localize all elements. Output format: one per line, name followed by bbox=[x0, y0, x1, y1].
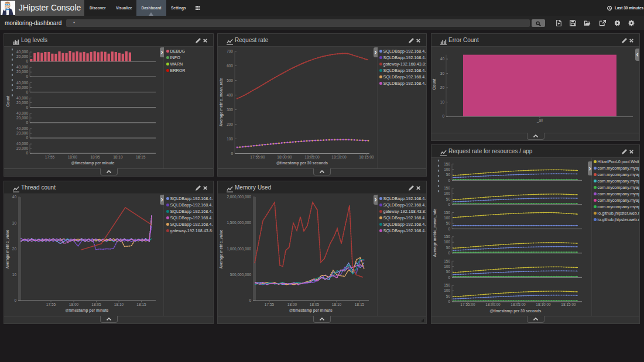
svg-text:100: 100 bbox=[444, 240, 450, 244]
svg-text:18:10: 18:10 bbox=[332, 302, 342, 306]
svg-text:40,000: 40,000 bbox=[16, 142, 28, 146]
svg-text:18:10: 18:10 bbox=[114, 302, 124, 306]
svg-text:500: 500 bbox=[227, 78, 233, 82]
svg-text:600: 600 bbox=[227, 64, 233, 68]
svg-text:300: 300 bbox=[227, 108, 233, 112]
svg-text:40,000: 40,000 bbox=[16, 96, 28, 100]
svg-text:18:10:00: 18:10:00 bbox=[331, 155, 347, 159]
svg-text:Count: Count bbox=[432, 78, 436, 90]
svg-text:20,000: 20,000 bbox=[16, 131, 28, 135]
svg-text:40: 40 bbox=[12, 195, 17, 199]
svg-text:100: 100 bbox=[227, 137, 233, 141]
svg-text:Count: Count bbox=[6, 95, 10, 107]
svg-text:100: 100 bbox=[444, 167, 450, 171]
svg-text:0: 0 bbox=[448, 178, 450, 182]
svg-text:150: 150 bbox=[444, 283, 450, 287]
svg-text:50: 50 bbox=[446, 173, 451, 177]
svg-text:200: 200 bbox=[227, 122, 233, 126]
svg-text:18:10:00: 18:10:00 bbox=[536, 302, 551, 306]
svg-text:18:05: 18:05 bbox=[91, 302, 101, 306]
svg-text:20,000: 20,000 bbox=[16, 146, 28, 150]
svg-text:0: 0 bbox=[448, 251, 450, 255]
svg-text:20,000: 20,000 bbox=[16, 101, 28, 105]
svg-text:20,000: 20,000 bbox=[16, 85, 28, 89]
svg-text:400: 400 bbox=[227, 93, 233, 97]
svg-text:0: 0 bbox=[448, 202, 450, 206]
svg-text:50: 50 bbox=[446, 294, 451, 298]
svg-text:20,000: 20,000 bbox=[16, 54, 28, 58]
svg-text:100: 100 bbox=[444, 264, 450, 268]
svg-text:150: 150 bbox=[444, 162, 450, 166]
svg-text:2,000,000,000: 2,000,000,000 bbox=[227, 195, 251, 199]
svg-text:0: 0 bbox=[14, 298, 16, 302]
svg-text:18:00: 18:00 bbox=[68, 155, 78, 159]
svg-text:@timestamp per minute: @timestamp per minute bbox=[66, 308, 109, 313]
svg-text:18:15: 18:15 bbox=[136, 155, 146, 159]
svg-text:18:05:00: 18:05:00 bbox=[304, 155, 320, 159]
svg-text:150: 150 bbox=[444, 259, 450, 263]
svg-text:100: 100 bbox=[444, 191, 450, 195]
svg-text:18:10: 18:10 bbox=[113, 155, 123, 159]
svg-text:18:00: 18:00 bbox=[287, 302, 297, 306]
svg-text:150: 150 bbox=[444, 235, 450, 239]
svg-text:18:15: 18:15 bbox=[355, 302, 365, 306]
svg-text:18:00: 18:00 bbox=[69, 302, 79, 306]
svg-text:0: 0 bbox=[448, 299, 450, 304]
svg-text:@timestamp per 30 seconds: @timestamp per 30 seconds bbox=[490, 309, 542, 313]
svg-text:_all: _all bbox=[536, 118, 543, 123]
svg-text:0: 0 bbox=[231, 151, 233, 156]
svg-text:0: 0 bbox=[26, 74, 28, 78]
svg-text:10: 10 bbox=[440, 100, 445, 104]
svg-text:@timestamp per minute: @timestamp per minute bbox=[71, 161, 115, 166]
svg-text:0: 0 bbox=[26, 136, 28, 140]
svg-text:Average metric_mean_rate: Average metric_mean_rate bbox=[433, 208, 437, 257]
svg-text:40,000: 40,000 bbox=[16, 126, 28, 130]
svg-text:50: 50 bbox=[446, 270, 451, 274]
svg-text:Average metric_value: Average metric_value bbox=[219, 229, 224, 268]
svg-text:0: 0 bbox=[26, 90, 28, 94]
svg-text:0: 0 bbox=[26, 59, 28, 63]
svg-text:17:55: 17:55 bbox=[45, 155, 55, 159]
svg-text:0: 0 bbox=[448, 227, 450, 231]
svg-text:18:15: 18:15 bbox=[136, 302, 146, 306]
svg-text:20: 20 bbox=[12, 247, 17, 251]
svg-text:0: 0 bbox=[442, 114, 444, 118]
svg-text:17:55: 17:55 bbox=[46, 302, 56, 306]
svg-text:40,000: 40,000 bbox=[16, 65, 28, 69]
svg-text:18:15:00: 18:15:00 bbox=[359, 155, 374, 159]
svg-text:100: 100 bbox=[444, 288, 450, 292]
svg-text:10: 10 bbox=[12, 273, 17, 277]
svg-text:30: 30 bbox=[440, 71, 445, 75]
svg-text:50: 50 bbox=[446, 246, 451, 250]
svg-text:17:55: 17:55 bbox=[265, 302, 275, 306]
svg-text:50: 50 bbox=[446, 221, 451, 225]
svg-text:Average metric_mean_rate: Average metric_mean_rate bbox=[219, 78, 224, 126]
svg-text:700: 700 bbox=[227, 49, 233, 53]
svg-text:18:15:00: 18:15:00 bbox=[561, 302, 576, 306]
svg-text:150: 150 bbox=[444, 211, 450, 215]
svg-text:40: 40 bbox=[440, 57, 445, 61]
svg-text:1,000,000,000: 1,000,000,000 bbox=[227, 247, 251, 251]
svg-text:40,000: 40,000 bbox=[16, 81, 28, 85]
svg-text:0: 0 bbox=[26, 105, 28, 109]
svg-text:0: 0 bbox=[448, 275, 450, 280]
svg-text:100: 100 bbox=[444, 216, 450, 220]
svg-text:17:55:00: 17:55:00 bbox=[250, 155, 265, 159]
svg-text:40,000: 40,000 bbox=[16, 111, 28, 115]
svg-text:150: 150 bbox=[444, 186, 450, 190]
svg-text:20: 20 bbox=[440, 85, 445, 89]
svg-text:0: 0 bbox=[26, 151, 28, 155]
svg-text:18:05: 18:05 bbox=[90, 155, 100, 159]
svg-text:@timestamp per minute: @timestamp per minute bbox=[289, 308, 333, 313]
svg-text:@timestamp per 30 seconds: @timestamp per 30 seconds bbox=[276, 161, 328, 166]
svg-text:50: 50 bbox=[446, 197, 451, 201]
svg-text:0: 0 bbox=[26, 120, 28, 125]
svg-text:18:05:00: 18:05:00 bbox=[511, 302, 526, 306]
svg-text:18:05: 18:05 bbox=[310, 302, 320, 306]
svg-text:20,000: 20,000 bbox=[16, 70, 28, 74]
svg-text:1,500,000,000: 1,500,000,000 bbox=[227, 220, 251, 225]
svg-text:17:55:00: 17:55:00 bbox=[460, 302, 475, 306]
svg-text:30: 30 bbox=[12, 221, 17, 225]
svg-text:20,000: 20,000 bbox=[16, 116, 28, 120]
svg-text:40,000: 40,000 bbox=[16, 50, 28, 54]
